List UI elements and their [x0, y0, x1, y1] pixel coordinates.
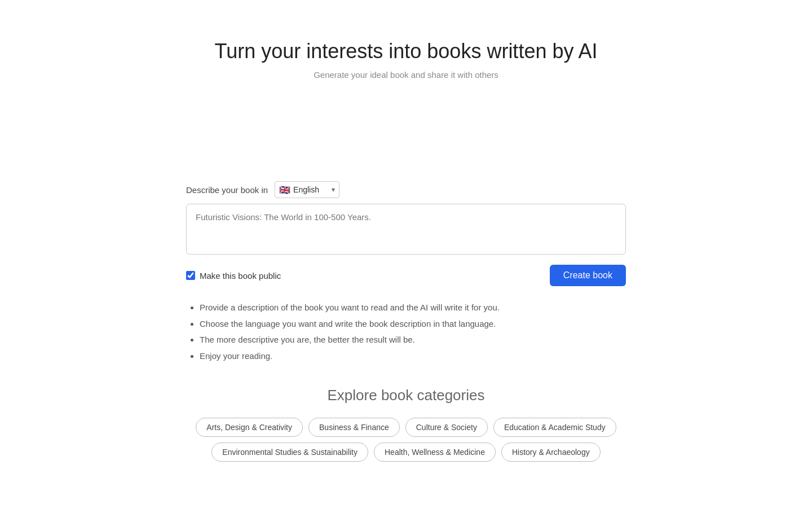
category-tag[interactable]: Business & Finance — [308, 418, 400, 437]
category-row: Arts, Design & CreativityBusiness & Fina… — [0, 418, 812, 437]
hero-section: Turn your interests into books written b… — [215, 40, 598, 80]
category-tag[interactable]: Health, Wellness & Medicine — [374, 443, 496, 462]
hero-title: Turn your interests into books written b… — [215, 40, 598, 63]
hint-item: Provide a description of the book you wa… — [200, 300, 626, 316]
language-select[interactable]: English Spanish French German — [275, 181, 339, 198]
hint-item: Choose the language you want and write t… — [200, 316, 626, 332]
public-checkbox-label[interactable]: Make this book public — [186, 271, 281, 281]
categories-section: Explore book categories Arts, Design & C… — [0, 387, 812, 467]
categories-title: Explore book categories — [0, 387, 812, 404]
category-tag[interactable]: Arts, Design & Creativity — [196, 418, 303, 437]
category-row: Environmental Studies & SustainabilityHe… — [0, 443, 812, 462]
category-tag[interactable]: Environmental Studies & Sustainability — [211, 443, 368, 462]
category-tag[interactable]: History & Archaeology — [501, 443, 601, 462]
language-select-wrapper[interactable]: 🇬🇧 English Spanish French German ▾ — [275, 181, 339, 198]
page-container: Turn your interests into books written b… — [0, 0, 812, 508]
category-tag[interactable]: Culture & Society — [405, 418, 488, 437]
book-description-input[interactable] — [186, 204, 626, 255]
create-book-button[interactable]: Create book — [550, 265, 626, 286]
language-label: Describe your book in — [186, 185, 268, 195]
category-tag[interactable]: Education & Academic Study — [493, 418, 616, 437]
hint-item: The more descriptive you are, the better… — [200, 332, 626, 348]
public-checkbox[interactable] — [186, 271, 195, 280]
public-checkbox-text: Make this book public — [200, 271, 281, 281]
categories-container: Arts, Design & CreativityBusiness & Fina… — [0, 418, 812, 462]
action-row: Make this book public Create book — [186, 265, 626, 286]
hero-subtitle: Generate your ideal book and share it wi… — [215, 70, 598, 80]
form-section: Describe your book in 🇬🇧 English Spanish… — [186, 181, 626, 364]
hint-item: Enjoy your reading. — [200, 348, 626, 365]
language-row: Describe your book in 🇬🇧 English Spanish… — [186, 181, 626, 198]
hints-list: Provide a description of the book you wa… — [186, 300, 626, 364]
